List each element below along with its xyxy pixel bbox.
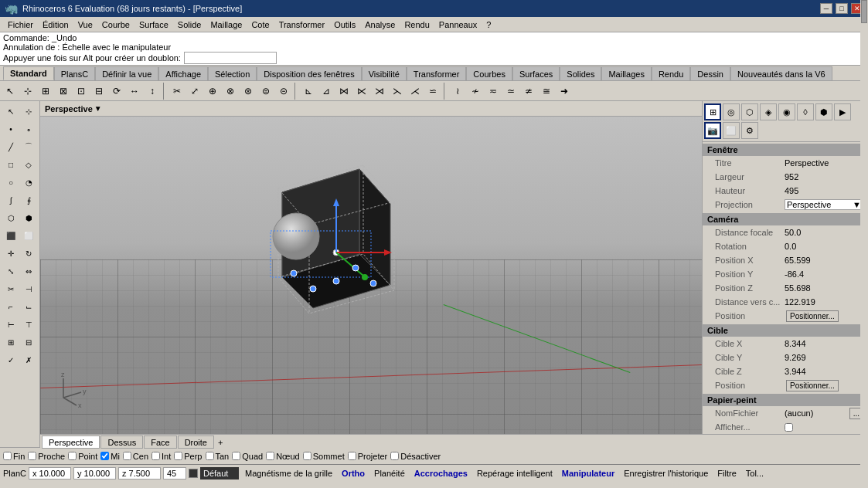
viewport-container[interactable]: Perspective ▼ xyxy=(40,101,702,434)
menu-item-analyse[interactable]: Analyse xyxy=(360,19,400,30)
panel-camera-icon[interactable]: 📷 xyxy=(704,122,721,139)
snap-cen[interactable]: Cen xyxy=(123,452,148,461)
select-tool9[interactable]: ↕ xyxy=(144,83,161,100)
filtre-button[interactable]: Filtre xyxy=(713,467,740,480)
snap-noeud-checkbox[interactable] xyxy=(266,452,274,460)
tool22[interactable]: ⋋ xyxy=(389,83,406,100)
move-icon[interactable]: ✛ xyxy=(2,245,19,262)
chamfer-icon[interactable]: ⌙ xyxy=(20,298,37,315)
rect2-icon[interactable]: ◇ xyxy=(20,156,37,173)
snap-tan-checkbox[interactable] xyxy=(206,452,214,460)
toolbar-tab-2[interactable]: Définir la vue xyxy=(95,66,158,80)
panel-tab-properties[interactable]: ⊞ xyxy=(704,103,721,120)
reperage-button[interactable]: Repérage intelligent xyxy=(473,467,557,480)
menu-item-panneaux[interactable]: Panneaux xyxy=(434,19,482,30)
snap-desactiver[interactable]: Désactiver xyxy=(390,452,441,461)
snap-perp-checkbox[interactable] xyxy=(174,452,182,460)
menu-item-cote[interactable]: Cote xyxy=(247,19,274,30)
tol-button[interactable]: Tol... xyxy=(742,467,768,480)
layer-name[interactable]: Défaut xyxy=(200,467,239,480)
tab-face[interactable]: Face xyxy=(144,435,176,449)
toolbar-tab-10[interactable]: Solides xyxy=(560,66,601,80)
snap-int[interactable]: Int xyxy=(151,452,171,461)
menu-item-outils[interactable]: Outils xyxy=(329,19,360,30)
manipulateur-button[interactable]: Manipulateur xyxy=(558,467,618,480)
snap-projeter-checkbox[interactable] xyxy=(348,452,356,460)
cursor2-icon[interactable]: ⊹ xyxy=(20,103,37,120)
toolbar-tab-9[interactable]: Surfaces xyxy=(512,66,560,80)
snap-mi-checkbox[interactable] xyxy=(100,452,109,460)
select-tool3[interactable]: ⊞ xyxy=(37,83,54,100)
snap-fin-checkbox[interactable] xyxy=(3,452,12,460)
mirror-icon[interactable]: ⇔ xyxy=(20,263,37,280)
select-tool6[interactable]: ⊟ xyxy=(90,83,107,100)
select-tool2[interactable]: ⊹ xyxy=(19,83,36,100)
select-tool7[interactable]: ⟳ xyxy=(108,83,125,100)
dim2-icon[interactable]: ⊤ xyxy=(20,316,37,333)
snap-quad[interactable]: Quad xyxy=(232,452,263,461)
tool25[interactable]: ≀ xyxy=(449,83,466,100)
tool14[interactable]: ⊛ xyxy=(240,83,257,100)
tab-dessus[interactable]: Dessus xyxy=(100,435,143,449)
select-tool5[interactable]: ⊡ xyxy=(73,83,90,100)
circle-icon[interactable]: ○ xyxy=(2,174,19,191)
tab-perspective[interactable]: Perspective xyxy=(42,435,100,449)
planeite-button[interactable]: Planéité xyxy=(370,467,409,480)
solid2-icon[interactable]: ⬜ xyxy=(20,227,37,244)
menu-item-surface[interactable]: Surface xyxy=(134,19,173,30)
menu-item-vue[interactable]: Vue xyxy=(73,19,97,30)
minimize-button[interactable]: ─ xyxy=(820,3,832,14)
rotate-icon[interactable]: ↻ xyxy=(20,245,37,262)
menu-item-courbe[interactable]: Courbe xyxy=(97,19,134,30)
snap-end-icon[interactable]: ⊟ xyxy=(20,334,37,351)
select-tool4[interactable]: ⊠ xyxy=(55,83,72,100)
snap-projeter[interactable]: Projeter xyxy=(348,452,388,461)
panel-tab-object[interactable]: ◈ xyxy=(760,103,777,120)
tool29[interactable]: ≄ xyxy=(520,83,537,100)
tool21[interactable]: ⋊ xyxy=(371,83,388,100)
line2-icon[interactable]: ⌒ xyxy=(20,138,37,155)
trim-icon[interactable]: ✂ xyxy=(2,280,19,297)
panel-tab-display[interactable]: ⬡ xyxy=(741,103,758,120)
tool11[interactable]: ⤢ xyxy=(186,83,203,100)
tab-droite[interactable]: Droite xyxy=(178,435,214,449)
viewport-dropdown-arrow[interactable]: ▼ xyxy=(94,104,102,113)
select-tool[interactable]: ↖ xyxy=(2,83,19,100)
rect-icon[interactable]: □ xyxy=(2,156,19,173)
snap-perp[interactable]: Perp xyxy=(174,452,202,461)
maximize-button[interactable]: □ xyxy=(836,3,848,14)
snap-noeud[interactable]: Nœud xyxy=(266,452,300,461)
snap-proche[interactable]: Proche xyxy=(28,452,65,461)
magnetisme-button[interactable]: Magnétisme de la grille xyxy=(241,467,336,480)
snap-desactiver-checkbox[interactable] xyxy=(390,452,399,460)
snap-int-checkbox[interactable] xyxy=(151,452,160,460)
extend-icon[interactable]: ⊣ xyxy=(20,280,37,297)
toolbar-tab-13[interactable]: Dessin xyxy=(690,66,730,80)
command-input[interactable] xyxy=(184,52,277,64)
toolbar-tab-6[interactable]: Visibilité xyxy=(362,66,407,80)
panel-tab-layer[interactable]: ◎ xyxy=(723,103,740,120)
tool19[interactable]: ⋈ xyxy=(335,83,352,100)
cursor-icon[interactable]: ↖ xyxy=(2,103,19,120)
toolbar-tab-1[interactable]: PlansC xyxy=(54,66,95,80)
tool26[interactable]: ≁ xyxy=(467,83,484,100)
fillet-icon[interactable]: ⌐ xyxy=(2,298,19,315)
menu-item-transformer[interactable]: Transformer xyxy=(274,19,330,30)
toolbar-tab-5[interactable]: Disposition des fenêtres xyxy=(257,66,361,80)
menu-item-fichier[interactable]: Fichier xyxy=(3,19,38,30)
menu-item-solide[interactable]: Solide xyxy=(173,19,206,30)
positionner-camera-button[interactable]: Positionner... xyxy=(786,310,839,322)
snap-tan[interactable]: Tan xyxy=(206,452,230,461)
menu-item-maillage[interactable]: Maillage xyxy=(206,19,247,30)
toolbar-tab-11[interactable]: Maillages xyxy=(601,66,651,80)
tool24[interactable]: ⋍ xyxy=(424,83,441,100)
menu-item-[interactable]: ? xyxy=(482,19,495,30)
tool23[interactable]: ⋌ xyxy=(407,83,424,100)
dim-icon[interactable]: ⊢ xyxy=(2,316,19,333)
arc-icon[interactable]: ◔ xyxy=(20,174,37,191)
point-icon[interactable]: • xyxy=(2,120,19,137)
tool30[interactable]: ≅ xyxy=(538,83,555,100)
tool31[interactable]: ➜ xyxy=(556,83,573,100)
curve2-icon[interactable]: ∮ xyxy=(20,191,37,208)
tool16[interactable]: ⊝ xyxy=(275,83,292,100)
